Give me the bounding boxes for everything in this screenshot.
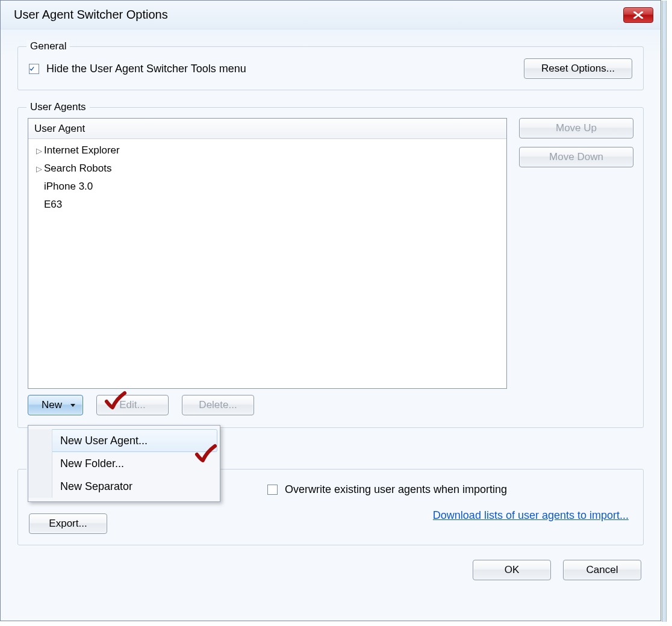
expand-icon[interactable]: ▷ (34, 164, 44, 173)
menu-item-new-folder[interactable]: New Folder... (31, 452, 217, 475)
menu-item-label: New Folder... (60, 457, 124, 470)
list-item-label: E63 (44, 199, 62, 211)
new-button-label: New (42, 399, 62, 411)
user-agent-action-row: New Edit... Delete... New User Agent... … (28, 395, 633, 415)
dropdown-caret-icon (70, 404, 75, 407)
menu-item-label: New User Agent... (60, 435, 148, 447)
hide-menu-checkbox[interactable] (29, 64, 39, 74)
list-item-label: iPhone 3.0 (44, 181, 93, 193)
dialog-window: User Agent Switcher Options General Hide… (0, 0, 661, 621)
user-agents-legend: User Agents (26, 101, 90, 113)
list-item[interactable]: E63 (32, 196, 503, 214)
overwrite-checkbox[interactable] (267, 485, 278, 495)
new-button[interactable]: New (28, 395, 83, 415)
delete-button[interactable]: Delete... (182, 395, 254, 415)
list-item-label: Search Robots (44, 163, 111, 175)
expand-icon[interactable]: ▷ (34, 146, 44, 155)
move-buttons-column: Move Up Move Down (519, 118, 633, 167)
list-item-label: Internet Explorer (44, 144, 120, 156)
window-edge (662, 1, 667, 622)
list-item[interactable]: iPhone 3.0 (32, 178, 503, 196)
user-agents-group: User Agents User Agent ▷ Internet Explor… (17, 101, 644, 428)
menu-item-new-user-agent[interactable]: New User Agent... (31, 429, 217, 452)
menu-item-new-separator[interactable]: New Separator (31, 475, 217, 498)
reset-options-button[interactable]: Reset Options... (524, 58, 632, 79)
checkmark-icon (30, 65, 34, 73)
menu-item-label: New Separator (60, 480, 132, 493)
user-agents-listview[interactable]: User Agent ▷ Internet Explorer ▷ Search … (28, 118, 507, 389)
dialog-content: General Hide the User Agent Switcher Too… (1, 29, 661, 621)
cancel-button[interactable]: Cancel (563, 560, 641, 580)
general-legend: General (26, 40, 70, 52)
close-button[interactable] (623, 7, 653, 23)
window-title: User Agent Switcher Options (14, 8, 623, 22)
edit-button[interactable]: Edit... (96, 395, 169, 415)
general-group: General Hide the User Agent Switcher Too… (17, 40, 644, 90)
export-button[interactable]: Export... (29, 513, 107, 534)
move-down-button[interactable]: Move Down (519, 147, 633, 167)
title-bar: User Agent Switcher Options (1, 1, 661, 29)
menu-gutter (28, 429, 52, 498)
hide-menu-label: Hide the User Agent Switcher Tools menu (46, 63, 517, 75)
dialog-footer: OK Cancel (17, 556, 644, 586)
overwrite-label: Overwrite existing user agents when impo… (285, 483, 507, 496)
new-dropdown-menu: New User Agent... New Folder... New Sepa… (28, 425, 220, 502)
ok-button[interactable]: OK (473, 560, 551, 580)
move-up-button[interactable]: Move Up (519, 118, 633, 138)
listview-body: ▷ Internet Explorer ▷ Search Robots iPho… (28, 139, 506, 388)
listview-column-header[interactable]: User Agent (28, 119, 506, 139)
list-item[interactable]: ▷ Internet Explorer (32, 141, 503, 160)
close-icon (633, 11, 644, 19)
list-item[interactable]: ▷ Search Robots (32, 160, 503, 178)
download-link[interactable]: Download lists of user agents to import.… (142, 509, 632, 522)
